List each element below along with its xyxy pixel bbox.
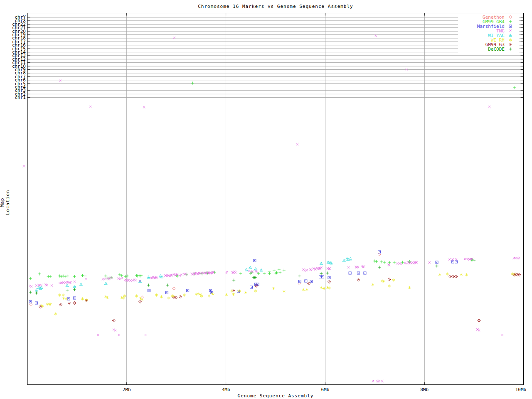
data-point	[58, 275, 61, 278]
data-point	[320, 276, 320, 277]
data-point	[140, 281, 140, 282]
data-point	[408, 286, 411, 289]
data-point	[514, 257, 516, 259]
data-point	[104, 282, 107, 284]
data-point	[59, 79, 61, 81]
data-point	[67, 286, 68, 286]
data-point	[68, 298, 69, 299]
data-point	[379, 251, 380, 252]
data-point	[329, 281, 330, 282]
data-point	[446, 272, 448, 275]
data-point	[349, 257, 352, 260]
data-point	[210, 290, 211, 291]
data-point	[329, 277, 330, 278]
data-point	[245, 268, 248, 271]
data-point	[160, 276, 161, 277]
data-point	[401, 261, 404, 264]
legend-item-gm99-gb4: GM99 GB4	[457, 20, 505, 24]
legend-item-gm99-g3: GM99 G3	[457, 42, 505, 47]
data-point	[175, 297, 176, 298]
data-point	[160, 295, 163, 298]
data-point	[375, 260, 378, 263]
data-point	[187, 290, 188, 291]
data-point	[73, 285, 76, 287]
data-point	[30, 301, 31, 302]
data-point	[59, 293, 61, 296]
legend-item-tng: TNG	[457, 29, 505, 33]
y-tick-label-chr1: chr1	[0, 96, 26, 99]
data-point	[298, 282, 301, 285]
data-point	[302, 288, 305, 291]
data-point	[456, 276, 457, 277]
data-point	[130, 279, 132, 281]
data-point	[172, 287, 175, 290]
data-point	[393, 261, 396, 264]
data-point	[298, 275, 301, 278]
data-point	[49, 275, 52, 278]
data-point	[143, 106, 145, 108]
data-point	[62, 293, 64, 296]
data-point	[510, 35, 511, 36]
data-point	[38, 273, 41, 276]
data-point	[306, 269, 308, 271]
data-point	[234, 271, 236, 273]
data-point	[305, 288, 308, 291]
data-point	[268, 272, 271, 275]
data-point	[81, 284, 81, 285]
data-point	[162, 277, 163, 278]
data-point	[436, 262, 437, 263]
data-point	[365, 273, 365, 273]
data-point	[358, 279, 359, 280]
data-point	[305, 281, 306, 281]
data-point	[106, 283, 106, 284]
data-point	[126, 275, 128, 278]
data-point	[380, 261, 383, 264]
data-point	[113, 320, 114, 321]
data-point	[74, 286, 75, 287]
plot-border	[27, 13, 524, 385]
data-point	[326, 272, 329, 275]
data-point	[180, 296, 181, 297]
data-point	[372, 283, 374, 286]
data-point	[272, 287, 275, 290]
data-point	[278, 268, 281, 271]
data-point	[261, 270, 262, 271]
x-tick-label-10Mb: 10Mb	[508, 387, 532, 392]
data-point	[62, 297, 65, 300]
data-point	[350, 273, 350, 273]
data-point	[378, 380, 380, 382]
data-point	[73, 288, 76, 291]
data-point	[29, 291, 32, 294]
data-point	[41, 288, 42, 288]
data-point	[36, 303, 37, 303]
data-point	[35, 288, 38, 291]
data-point	[328, 262, 329, 263]
data-point	[54, 312, 57, 315]
data-point	[436, 265, 438, 268]
data-point	[438, 273, 441, 276]
data-point	[173, 297, 174, 298]
data-point	[156, 276, 158, 278]
data-point	[448, 258, 451, 260]
data-point	[86, 300, 87, 301]
data-point	[167, 296, 170, 299]
data-point	[254, 267, 257, 270]
data-point	[460, 273, 462, 276]
data-point	[251, 287, 251, 288]
x-axis-label: Genome Sequence Assembly	[109, 393, 442, 399]
data-point	[372, 380, 374, 382]
data-point	[256, 271, 258, 273]
data-point	[104, 275, 107, 278]
legend-item-marshfield: Marshfield	[457, 24, 505, 29]
data-point	[283, 290, 285, 293]
data-point	[350, 259, 351, 260]
data-point	[225, 293, 228, 296]
data-point	[473, 259, 475, 262]
data-point	[35, 284, 37, 286]
data-point	[23, 165, 25, 167]
data-point	[246, 270, 247, 271]
data-point	[74, 281, 76, 283]
data-point	[392, 278, 395, 281]
data-point	[29, 277, 32, 280]
data-point	[389, 279, 390, 280]
